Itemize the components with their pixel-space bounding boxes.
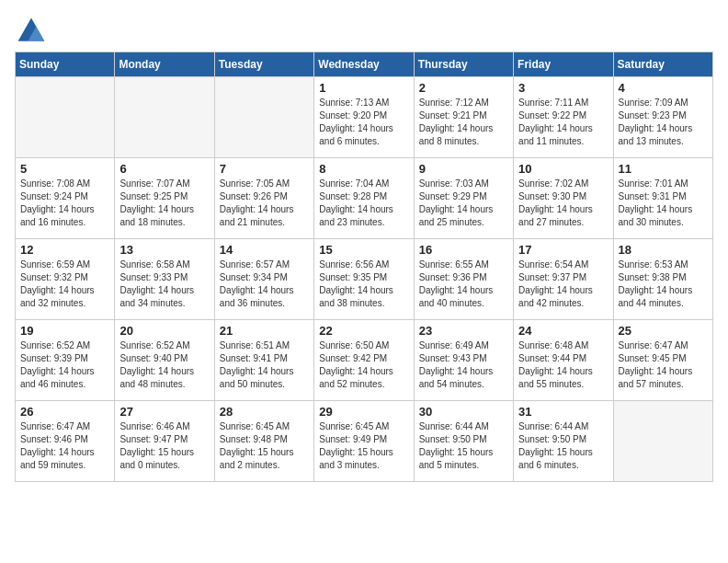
calendar-cell: 22Sunrise: 6:50 AMSunset: 9:42 PMDayligh… bbox=[314, 320, 414, 401]
calendar-cell: 20Sunrise: 6:52 AMSunset: 9:40 PMDayligh… bbox=[115, 320, 214, 401]
day-info: Sunrise: 7:08 AMSunset: 9:24 PMDaylight:… bbox=[20, 178, 109, 229]
day-number: 6 bbox=[119, 162, 209, 176]
day-number: 26 bbox=[20, 405, 109, 419]
calendar-cell: 30Sunrise: 6:44 AMSunset: 9:50 PMDayligh… bbox=[414, 401, 513, 482]
day-info: Sunrise: 6:46 AMSunset: 9:47 PMDaylight:… bbox=[119, 420, 209, 472]
calendar-cell: 23Sunrise: 6:49 AMSunset: 9:43 PMDayligh… bbox=[414, 320, 513, 401]
day-number: 28 bbox=[220, 405, 309, 419]
calendar-table: SundayMondayTuesdayWednesdayThursdayFrid… bbox=[15, 52, 713, 482]
page-header bbox=[15, 15, 713, 48]
day-number: 14 bbox=[220, 243, 309, 257]
day-info: Sunrise: 7:07 AMSunset: 9:25 PMDaylight:… bbox=[119, 178, 209, 229]
calendar-week-4: 19Sunrise: 6:52 AMSunset: 9:39 PMDayligh… bbox=[16, 320, 713, 401]
day-number: 12 bbox=[20, 243, 109, 257]
day-info: Sunrise: 6:48 AMSunset: 9:44 PMDaylight:… bbox=[518, 339, 608, 391]
calendar-week-2: 5Sunrise: 7:08 AMSunset: 9:24 PMDaylight… bbox=[16, 158, 713, 239]
day-info: Sunrise: 6:54 AMSunset: 9:37 PMDaylight:… bbox=[518, 259, 608, 310]
day-number: 25 bbox=[619, 324, 708, 338]
day-number: 20 bbox=[119, 324, 209, 338]
calendar-cell: 9Sunrise: 7:03 AMSunset: 9:29 PMDaylight… bbox=[414, 158, 513, 239]
logo-icon bbox=[15, 15, 48, 48]
day-number: 5 bbox=[20, 162, 109, 176]
calendar-cell: 1Sunrise: 7:13 AMSunset: 9:20 PMDaylight… bbox=[314, 77, 414, 158]
weekday-header-tuesday: Tuesday bbox=[214, 52, 313, 77]
day-number: 29 bbox=[319, 405, 408, 419]
day-info: Sunrise: 6:58 AMSunset: 9:33 PMDaylight:… bbox=[119, 259, 209, 310]
calendar-cell: 29Sunrise: 6:45 AMSunset: 9:49 PMDayligh… bbox=[314, 401, 414, 482]
day-number: 3 bbox=[518, 81, 608, 95]
day-info: Sunrise: 6:44 AMSunset: 9:50 PMDaylight:… bbox=[419, 420, 508, 472]
calendar-cell bbox=[16, 77, 115, 158]
day-info: Sunrise: 6:57 AMSunset: 9:34 PMDaylight:… bbox=[220, 259, 309, 310]
calendar-cell: 17Sunrise: 6:54 AMSunset: 9:37 PMDayligh… bbox=[514, 239, 613, 320]
day-number: 4 bbox=[619, 81, 708, 95]
calendar-cell: 19Sunrise: 6:52 AMSunset: 9:39 PMDayligh… bbox=[16, 320, 115, 401]
calendar-cell: 12Sunrise: 6:59 AMSunset: 9:32 PMDayligh… bbox=[16, 239, 115, 320]
day-info: Sunrise: 7:12 AMSunset: 9:21 PMDaylight:… bbox=[419, 97, 508, 148]
calendar-cell: 14Sunrise: 6:57 AMSunset: 9:34 PMDayligh… bbox=[214, 239, 313, 320]
calendar-cell: 27Sunrise: 6:46 AMSunset: 9:47 PMDayligh… bbox=[115, 401, 214, 482]
day-number: 19 bbox=[20, 324, 109, 338]
day-number: 27 bbox=[119, 405, 209, 419]
day-number: 18 bbox=[619, 243, 708, 257]
day-info: Sunrise: 7:04 AMSunset: 9:28 PMDaylight:… bbox=[319, 178, 408, 229]
day-info: Sunrise: 6:49 AMSunset: 9:43 PMDaylight:… bbox=[419, 339, 508, 391]
calendar-cell: 13Sunrise: 6:58 AMSunset: 9:33 PMDayligh… bbox=[115, 239, 214, 320]
calendar-cell bbox=[115, 77, 214, 158]
day-info: Sunrise: 6:50 AMSunset: 9:42 PMDaylight:… bbox=[319, 339, 408, 391]
calendar-cell bbox=[613, 401, 712, 482]
calendar-cell: 28Sunrise: 6:45 AMSunset: 9:48 PMDayligh… bbox=[214, 401, 313, 482]
weekday-header-sunday: Sunday bbox=[16, 52, 115, 77]
day-info: Sunrise: 7:01 AMSunset: 9:31 PMDaylight:… bbox=[619, 178, 708, 229]
day-info: Sunrise: 6:45 AMSunset: 9:49 PMDaylight:… bbox=[319, 420, 408, 472]
calendar-cell: 21Sunrise: 6:51 AMSunset: 9:41 PMDayligh… bbox=[214, 320, 313, 401]
day-info: Sunrise: 7:05 AMSunset: 9:26 PMDaylight:… bbox=[220, 178, 309, 229]
day-number: 31 bbox=[518, 405, 608, 419]
calendar-cell: 18Sunrise: 6:53 AMSunset: 9:38 PMDayligh… bbox=[613, 239, 712, 320]
day-number: 1 bbox=[319, 81, 408, 95]
day-number: 16 bbox=[419, 243, 508, 257]
day-number: 7 bbox=[220, 162, 309, 176]
weekday-header-wednesday: Wednesday bbox=[314, 52, 414, 77]
day-info: Sunrise: 6:47 AMSunset: 9:46 PMDaylight:… bbox=[20, 420, 109, 472]
day-info: Sunrise: 7:11 AMSunset: 9:22 PMDaylight:… bbox=[518, 97, 608, 148]
day-number: 10 bbox=[518, 162, 608, 176]
day-info: Sunrise: 7:02 AMSunset: 9:30 PMDaylight:… bbox=[518, 178, 608, 229]
day-info: Sunrise: 6:52 AMSunset: 9:39 PMDaylight:… bbox=[20, 339, 109, 391]
calendar-cell: 6Sunrise: 7:07 AMSunset: 9:25 PMDaylight… bbox=[115, 158, 214, 239]
day-info: Sunrise: 7:03 AMSunset: 9:29 PMDaylight:… bbox=[419, 178, 508, 229]
day-info: Sunrise: 6:56 AMSunset: 9:35 PMDaylight:… bbox=[319, 259, 408, 310]
weekday-header-saturday: Saturday bbox=[613, 52, 712, 77]
day-number: 22 bbox=[319, 324, 408, 338]
calendar-cell: 2Sunrise: 7:12 AMSunset: 9:21 PMDaylight… bbox=[414, 77, 513, 158]
day-info: Sunrise: 6:55 AMSunset: 9:36 PMDaylight:… bbox=[419, 259, 508, 310]
day-info: Sunrise: 7:09 AMSunset: 9:23 PMDaylight:… bbox=[619, 97, 708, 148]
day-number: 2 bbox=[419, 81, 508, 95]
day-number: 24 bbox=[518, 324, 608, 338]
day-info: Sunrise: 6:44 AMSunset: 9:50 PMDaylight:… bbox=[518, 420, 608, 472]
day-number: 9 bbox=[419, 162, 508, 176]
calendar-cell: 11Sunrise: 7:01 AMSunset: 9:31 PMDayligh… bbox=[613, 158, 712, 239]
calendar-week-3: 12Sunrise: 6:59 AMSunset: 9:32 PMDayligh… bbox=[16, 239, 713, 320]
calendar-week-5: 26Sunrise: 6:47 AMSunset: 9:46 PMDayligh… bbox=[16, 401, 713, 482]
calendar-cell: 24Sunrise: 6:48 AMSunset: 9:44 PMDayligh… bbox=[514, 320, 613, 401]
calendar-cell: 8Sunrise: 7:04 AMSunset: 9:28 PMDaylight… bbox=[314, 158, 414, 239]
day-info: Sunrise: 6:45 AMSunset: 9:48 PMDaylight:… bbox=[220, 420, 309, 472]
day-number: 15 bbox=[319, 243, 408, 257]
calendar-cell: 15Sunrise: 6:56 AMSunset: 9:35 PMDayligh… bbox=[314, 239, 414, 320]
weekday-header-monday: Monday bbox=[115, 52, 214, 77]
calendar-cell: 26Sunrise: 6:47 AMSunset: 9:46 PMDayligh… bbox=[16, 401, 115, 482]
day-info: Sunrise: 6:53 AMSunset: 9:38 PMDaylight:… bbox=[619, 259, 708, 310]
day-number: 13 bbox=[119, 243, 209, 257]
day-number: 17 bbox=[518, 243, 608, 257]
weekday-header-friday: Friday bbox=[514, 52, 613, 77]
calendar-cell: 5Sunrise: 7:08 AMSunset: 9:24 PMDaylight… bbox=[16, 158, 115, 239]
calendar-cell: 31Sunrise: 6:44 AMSunset: 9:50 PMDayligh… bbox=[514, 401, 613, 482]
calendar-cell: 16Sunrise: 6:55 AMSunset: 9:36 PMDayligh… bbox=[414, 239, 513, 320]
day-info: Sunrise: 6:52 AMSunset: 9:40 PMDaylight:… bbox=[119, 339, 209, 391]
calendar-cell: 7Sunrise: 7:05 AMSunset: 9:26 PMDaylight… bbox=[214, 158, 313, 239]
calendar-cell bbox=[214, 77, 313, 158]
day-info: Sunrise: 6:51 AMSunset: 9:41 PMDaylight:… bbox=[220, 339, 309, 391]
calendar-cell: 4Sunrise: 7:09 AMSunset: 9:23 PMDaylight… bbox=[613, 77, 712, 158]
day-info: Sunrise: 7:13 AMSunset: 9:20 PMDaylight:… bbox=[319, 97, 408, 148]
